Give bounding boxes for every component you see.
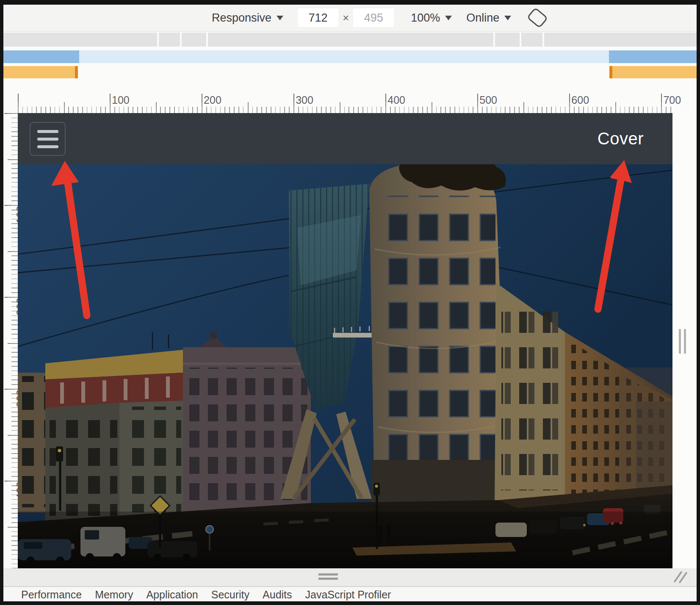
media-query-segment[interactable] bbox=[3, 66, 75, 78]
viewport-height-input[interactable] bbox=[353, 8, 394, 27]
media-query-segment-edge bbox=[75, 66, 78, 78]
ruler-h-label: 600 bbox=[571, 94, 589, 106]
media-query-bar-max-width[interactable] bbox=[3, 50, 697, 63]
device-presets-bar[interactable] bbox=[3, 33, 697, 47]
throttling-dropdown[interactable]: Online bbox=[466, 11, 511, 25]
ruler-h-label: 400 bbox=[387, 94, 405, 106]
device-preset-divider bbox=[542, 33, 544, 47]
ruler-h-label: 100 bbox=[112, 94, 130, 106]
window-border-left bbox=[0, 5, 3, 602]
tab-javascript-profiler[interactable]: JavaScript Profiler bbox=[304, 589, 392, 601]
device-preset-divider bbox=[180, 33, 182, 47]
dark-overlay bbox=[18, 164, 672, 568]
vertical-ruler: 100200300400500 bbox=[4, 113, 18, 568]
media-query-segment-edge bbox=[609, 66, 612, 78]
device-viewport: Cover bbox=[18, 113, 672, 568]
tab-application[interactable]: Application bbox=[145, 589, 199, 601]
tab-memory[interactable]: Memory bbox=[94, 589, 134, 601]
ruler-v-label: 200 bbox=[14, 298, 18, 315]
devtools-tabbar: PerformanceMemoryApplicationSecurityAudi… bbox=[3, 587, 697, 602]
devtools-window: Responsive × 100% Online 100 bbox=[0, 0, 700, 606]
hamburger-icon bbox=[37, 138, 58, 141]
viewport-width-input[interactable] bbox=[298, 8, 338, 27]
hamburger-icon bbox=[37, 130, 58, 133]
ruler-v-label: 300 bbox=[14, 390, 18, 407]
device-preset-divider bbox=[520, 33, 521, 47]
tab-security[interactable]: Security bbox=[210, 589, 250, 601]
resize-corner-icon[interactable] bbox=[672, 570, 689, 585]
device-preset-divider bbox=[157, 33, 159, 47]
device-type-dropdown[interactable]: Responsive bbox=[212, 11, 283, 25]
media-query-bar-min-width[interactable] bbox=[3, 66, 697, 78]
horizontal-ruler: 100200300400500600700 bbox=[18, 91, 672, 113]
media-query-segment[interactable] bbox=[3, 50, 79, 63]
navbar-brand[interactable]: Cover bbox=[598, 113, 644, 164]
ruler-v-label: 100 bbox=[14, 206, 18, 224]
device-preset-divider bbox=[493, 33, 495, 47]
bottom-panel: PerformanceMemoryApplicationSecurityAudi… bbox=[3, 568, 697, 602]
chevron-down-icon bbox=[445, 16, 452, 20]
media-query-segment[interactable] bbox=[609, 50, 697, 63]
window-border-top bbox=[0, 0, 700, 5]
tab-audits[interactable]: Audits bbox=[262, 589, 293, 601]
cover-photo bbox=[18, 164, 672, 568]
tab-performance[interactable]: Performance bbox=[20, 589, 83, 601]
zoom-label: 100% bbox=[411, 11, 440, 25]
ruler-h-label: 700 bbox=[663, 94, 681, 106]
viewport-height-drag-handle[interactable] bbox=[318, 573, 338, 580]
ruler-h-label: 200 bbox=[204, 94, 221, 106]
ruler-h-label: 500 bbox=[479, 94, 497, 106]
window-border-bottom bbox=[0, 601, 700, 605]
dimension-separator: × bbox=[343, 11, 349, 25]
page-navbar: Cover bbox=[18, 113, 672, 164]
throttling-label: Online bbox=[466, 11, 499, 25]
window-border-right bbox=[697, 5, 700, 602]
ruler-v-label: 400 bbox=[14, 481, 18, 499]
chevron-down-icon bbox=[277, 16, 283, 20]
device-type-label: Responsive bbox=[212, 11, 271, 25]
chevron-down-icon bbox=[504, 16, 511, 20]
viewport-right-gutter bbox=[672, 113, 697, 568]
viewport-width-drag-handle[interactable] bbox=[679, 329, 686, 354]
zoom-dropdown[interactable]: 100% bbox=[411, 11, 452, 25]
media-query-segment[interactable] bbox=[612, 66, 697, 78]
ruler-h-label: 300 bbox=[296, 94, 313, 106]
device-preset-divider bbox=[206, 33, 208, 47]
hamburger-icon bbox=[37, 145, 58, 148]
navbar-toggler-button[interactable] bbox=[30, 122, 66, 156]
